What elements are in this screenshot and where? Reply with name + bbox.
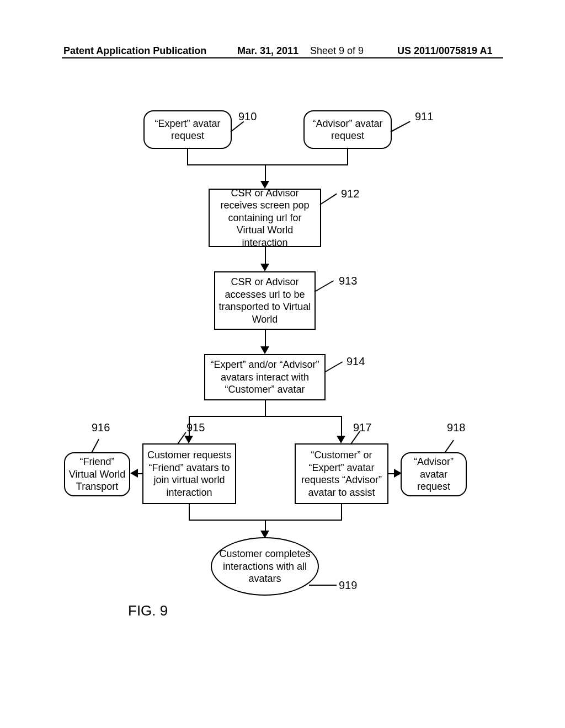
lead-910 (230, 121, 244, 132)
arrow-into-917 (337, 436, 345, 443)
ref-916: 916 (92, 421, 110, 434)
edge-914-to-917 (341, 416, 342, 438)
node-916: “Friend” Virtual World Transport (64, 452, 130, 496)
edge-914-split-h (189, 416, 341, 417)
edge-910-911-h (187, 164, 348, 165)
edge-912-913 (265, 247, 266, 266)
arrow-into-913 (260, 264, 269, 271)
ref-913: 913 (339, 275, 357, 287)
edge-913-914 (265, 330, 266, 349)
node-912: CSR or Advisor receives screen pop conta… (209, 189, 321, 247)
node-917: “Customer” or “Expert” avatar requests “… (295, 443, 388, 504)
ref-914: 914 (347, 355, 365, 368)
lead-919 (309, 585, 337, 586)
edge-917-down (341, 504, 342, 520)
header-date: Mar. 31, 2011 (237, 45, 299, 57)
node-914: “Expert” and/or “Advisor” avatars intera… (204, 354, 326, 400)
ref-915: 915 (186, 421, 205, 434)
edge-merge-912 (265, 164, 266, 183)
lead-911 (391, 121, 411, 132)
ref-919: 919 (339, 579, 357, 592)
ref-918: 918 (447, 421, 465, 434)
node-913: CSR or Advisor accesses url to be transp… (214, 271, 316, 330)
node-919: Customer completes interactions with all… (211, 537, 319, 596)
edge-911-down (347, 149, 348, 164)
lead-916 (91, 439, 99, 453)
arrow-into-918 (394, 469, 402, 478)
header-publication: Patent Application Publication (63, 45, 206, 57)
lead-913 (315, 280, 334, 292)
page: Patent Application Publication Mar. 31, … (0, 0, 565, 728)
lead-918 (444, 440, 454, 453)
edge-914-down (265, 400, 266, 416)
header-sheet: Sheet 9 of 9 (310, 45, 364, 57)
ref-910: 910 (238, 110, 257, 123)
edge-910-down (187, 149, 188, 164)
edge-915-down (189, 504, 190, 520)
ref-911: 911 (415, 110, 433, 123)
node-915: Customer requests “Friend” avatars to jo… (142, 443, 236, 504)
arrow-into-914 (260, 346, 269, 354)
ref-912: 912 (341, 188, 359, 200)
lead-912 (319, 194, 337, 205)
header-docnum: US 2011/0075819 A1 (397, 45, 492, 57)
node-918: “Advisor” avatar request (401, 452, 467, 496)
node-910: “Expert” avatar request (143, 110, 232, 149)
lead-914 (324, 361, 343, 373)
arrow-into-916 (130, 469, 138, 478)
header-rule (62, 57, 503, 58)
arrow-into-915 (184, 436, 193, 443)
figure-label: FIG. 9 (128, 602, 168, 619)
node-911: “Advisor” avatar request (303, 110, 392, 149)
ref-917: 917 (353, 421, 371, 434)
